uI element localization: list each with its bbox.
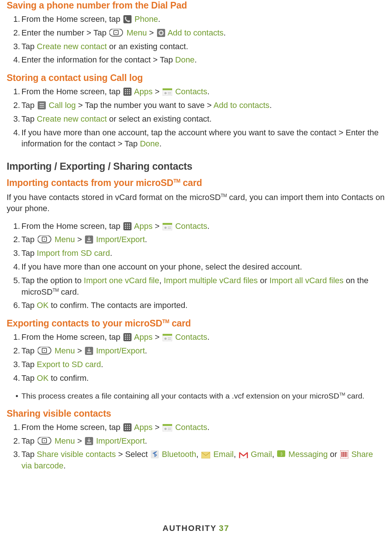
step: Tap Export to SD card. xyxy=(13,359,385,370)
t: > Select xyxy=(116,450,150,459)
t: . xyxy=(145,235,147,244)
tm: TM xyxy=(162,319,169,324)
t: Tap xyxy=(21,114,37,123)
t: OK xyxy=(37,373,49,383)
t: Phone xyxy=(134,14,158,24)
t: Import from SD card xyxy=(37,248,110,258)
contacts-icon xyxy=(163,424,172,431)
t: Tap xyxy=(21,301,37,310)
t: Create new contact xyxy=(37,114,107,123)
t: Apps xyxy=(134,221,153,231)
t: If you have contacts stored in vCard for… xyxy=(7,193,221,202)
t: . xyxy=(195,55,197,64)
bluetooth-icon xyxy=(151,450,159,458)
messaging-icon xyxy=(277,450,285,458)
t: Menu xyxy=(55,436,75,446)
t: > xyxy=(147,28,156,37)
import-export-icon xyxy=(85,347,93,355)
steps-import-sd: From the Home screen, tap Apps > Contact… xyxy=(7,221,385,312)
menu-icon xyxy=(38,236,52,244)
t: or an existing contact. xyxy=(107,42,188,51)
tm: TM xyxy=(339,392,345,396)
menu-icon xyxy=(109,29,123,37)
t: , xyxy=(234,450,238,459)
menu-icon xyxy=(38,437,52,445)
t: Menu xyxy=(126,28,147,37)
steps-share-contacts: From the Home screen, tap Apps > Contact… xyxy=(7,422,385,472)
t: . xyxy=(224,28,226,37)
t: card. xyxy=(345,392,365,400)
t: Import multiple vCard files xyxy=(164,276,258,285)
t: Tap xyxy=(21,373,37,383)
email-icon xyxy=(201,452,210,458)
step: Tap Call log > Tap the number you want t… xyxy=(13,100,385,111)
t: . xyxy=(64,461,66,470)
t: Contacts xyxy=(175,332,207,342)
steps-export-sd: From the Home screen, tap Apps > Contact… xyxy=(7,332,385,384)
t: Tap xyxy=(21,346,37,355)
t: or select an existing contact. xyxy=(107,114,212,123)
t: From the Home screen, tap xyxy=(21,332,123,342)
t: Import one vCard file xyxy=(84,276,159,285)
t: to confirm. The contacts are imported. xyxy=(48,301,187,310)
t: card xyxy=(169,318,191,328)
heading-share-contacts: Sharing visible contacts xyxy=(7,408,385,419)
footer-brand: AUTHORITY xyxy=(163,524,217,533)
t: Contacts xyxy=(175,221,207,231)
t: Tap xyxy=(21,436,37,446)
heading-export-sd: Exporting contacts to your microSDTM car… xyxy=(7,318,385,329)
t: Call log xyxy=(49,101,76,110)
t: Create new contact xyxy=(37,42,107,51)
step: Enter the information for the contact > … xyxy=(13,54,385,66)
calllog-icon xyxy=(38,101,46,109)
t: > Tap the number you want to save > xyxy=(76,101,214,110)
step: Tap OK to confirm. The contacts are impo… xyxy=(13,300,385,311)
heading-import-sd: Importing contacts from your microSDTM c… xyxy=(7,177,385,188)
t: Apps xyxy=(134,332,153,342)
t: Tap xyxy=(21,235,37,244)
footer-page-number: 37 xyxy=(219,524,229,533)
t: Messaging xyxy=(289,450,328,459)
t: Tap the option to xyxy=(21,276,84,285)
t: > xyxy=(75,436,84,446)
t: Import/Export xyxy=(96,346,145,355)
steps-store-calllog: From the Home screen, tap Apps > Contact… xyxy=(7,86,385,150)
t: > xyxy=(153,87,162,96)
heading-store-calllog: Storing a contact using Call log xyxy=(7,72,385,83)
t: From the Home screen, tap xyxy=(21,423,123,432)
t: Apps xyxy=(134,423,153,432)
t: Export to SD card xyxy=(37,360,101,369)
t: Exporting contacts to your microSD xyxy=(7,318,162,328)
apps-icon xyxy=(123,88,132,96)
t: Enter the information for the contact > … xyxy=(21,55,175,64)
t: . xyxy=(101,360,103,369)
import-export-icon xyxy=(85,236,93,244)
t: Bluetooth xyxy=(162,450,196,459)
step: Tap Create new contact or select an exis… xyxy=(13,114,385,125)
t: . xyxy=(207,221,209,231)
t: Share visible contacts xyxy=(37,450,116,459)
barcode-icon xyxy=(340,450,348,458)
tm: TM xyxy=(52,287,58,292)
t: to confirm. xyxy=(48,373,89,383)
t: Gmail xyxy=(251,450,272,459)
t: Tap xyxy=(21,360,37,369)
manual-page: Saving a phone number from the Dial Pad … xyxy=(0,0,392,542)
import-export-icon xyxy=(85,437,93,445)
step: Tap the option to Import one vCard file,… xyxy=(13,275,385,298)
t: From the Home screen, tap xyxy=(21,221,123,231)
t: . xyxy=(145,436,147,446)
step: From the Home screen, tap Apps > Contact… xyxy=(13,221,385,232)
t: Tap xyxy=(21,248,37,258)
t: card. xyxy=(59,287,79,297)
t: > xyxy=(153,332,162,342)
intro-import-sd: If you have contacts stored in vCard for… xyxy=(7,192,385,214)
contacts-icon xyxy=(163,334,172,341)
tm: TM xyxy=(221,193,226,198)
t: Contacts xyxy=(175,87,207,96)
heading-save-dialpad: Saving a phone number from the Dial Pad xyxy=(7,0,385,11)
t: Importing contacts from your microSD xyxy=(7,177,173,188)
step: Tap Create new contact or an existing co… xyxy=(13,41,385,52)
t: OK xyxy=(37,301,49,310)
t: > xyxy=(153,423,162,432)
